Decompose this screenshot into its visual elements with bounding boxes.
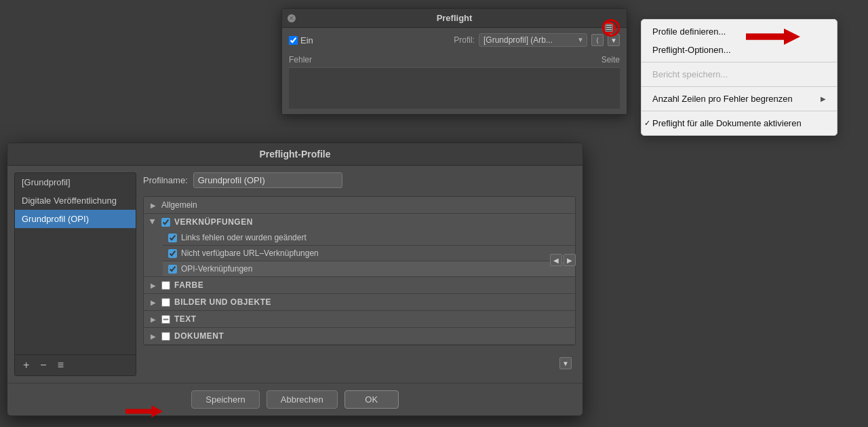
profil-dropdown[interactable]: [Grundprofil] (Arb... ▼ bbox=[479, 33, 587, 47]
ein-checkbox-label[interactable]: Ein bbox=[289, 35, 313, 45]
tree-item-bilder: ▶ BILDER und OBJEKTE bbox=[144, 294, 575, 311]
expand-icon-allgemein: ▶ bbox=[149, 201, 157, 209]
context-menu: Profile definieren... Preflight-Optionen… bbox=[641, 19, 837, 136]
menu-item-activate-all[interactable]: Preflight für alle Dokumente aktivieren bbox=[642, 114, 837, 132]
menu-separator-2 bbox=[642, 86, 837, 87]
expand-icon-text: ▶ bbox=[149, 315, 157, 323]
profil-label: Profil: bbox=[454, 35, 475, 45]
menu-separator-1 bbox=[642, 62, 837, 62]
prev-profile-button[interactable]: ⟨ bbox=[591, 34, 604, 46]
profiles-list-panel: [Grundprofil] Digitale Veröffentlichung … bbox=[14, 172, 136, 376]
preflight-table-body bbox=[289, 68, 620, 109]
profile-name-input[interactable] bbox=[193, 172, 342, 188]
profile-dialog: Preflight-Profile [Grundprofil] Digitale… bbox=[7, 143, 583, 416]
scroll-down-area: ▼ bbox=[559, 357, 572, 369]
checkbox-opi-verknuepfungen[interactable] bbox=[168, 265, 177, 274]
checkbox-farbe[interactable] bbox=[161, 281, 170, 290]
tree-item-verknuepfungen: ▶ VERKNÜPFUNGEN Links fehlen oder wurden… bbox=[144, 214, 575, 277]
tree-row-verknuepfungen[interactable]: ▶ VERKNÜPFUNGEN bbox=[144, 214, 575, 230]
tree-item-farbe: ▶ FARBE bbox=[144, 277, 575, 294]
preflight-panel: ✕ Preflight Ein Profil: [Grundprofil] bbox=[281, 8, 627, 115]
tree-row-farbe[interactable]: ▶ FARBE bbox=[144, 277, 575, 293]
tree-label-dokument: DOKUMENT bbox=[174, 331, 224, 341]
label-opi-verknuepfungen: OPI-Verknüpfungen bbox=[181, 264, 252, 274]
dropdown-arrow-icon: ▼ bbox=[577, 36, 584, 43]
tree-child-url-verknuepfungen: Nicht verfügbare URL–Verknüpfungen bbox=[163, 246, 575, 261]
profile-name-row: Profilname: bbox=[143, 172, 576, 188]
tree-row-text[interactable]: ▶ TEXT bbox=[144, 311, 575, 327]
profile-item-digital[interactable]: Digitale Veröffentlichung bbox=[15, 191, 136, 210]
tree-label-text: TEXT bbox=[174, 314, 197, 324]
scroll-left-button[interactable]: ◀ bbox=[550, 254, 562, 266]
scroll-nav: ◀ ▶ bbox=[550, 254, 576, 266]
tree-label-bilder: BILDER und OBJEKTE bbox=[174, 297, 271, 307]
expand-icon-bilder: ▶ bbox=[149, 298, 157, 306]
seite-column-header: Seite bbox=[579, 55, 620, 64]
profiles-toolbar: + − ≡ bbox=[15, 354, 136, 375]
close-button[interactable]: ✕ bbox=[288, 14, 296, 22]
ein-checkbox[interactable] bbox=[289, 36, 298, 45]
tree-label-farbe: FARBE bbox=[174, 280, 203, 290]
menu-item-limit-lines[interactable]: Anzahl Zeilen pro Fehler begrenzen ▶ bbox=[642, 90, 837, 108]
tree-children-verknuepfungen: Links fehlen oder wurden geändert Nicht … bbox=[144, 230, 575, 276]
menu-button[interactable] bbox=[602, 22, 616, 34]
table-header: Fehler Seite bbox=[289, 52, 620, 68]
ok-button[interactable]: OK bbox=[344, 390, 399, 409]
checkbox-links-fehlen[interactable] bbox=[168, 234, 177, 242]
checkbox-text[interactable] bbox=[161, 315, 170, 324]
menu-item-save-report: Bericht speichern... bbox=[642, 65, 837, 83]
save-button[interactable]: Speichern bbox=[191, 390, 260, 409]
submenu-arrow-icon: ▶ bbox=[821, 95, 826, 103]
scroll-right-button[interactable]: ▶ bbox=[564, 254, 576, 266]
tree-item-dokument: ▶ DOKUMENT bbox=[144, 328, 575, 345]
cancel-button[interactable]: Abbrechen bbox=[267, 390, 338, 409]
checkbox-url-verknuepfungen[interactable] bbox=[168, 249, 177, 258]
label-links-fehlen: Links fehlen oder wurden geändert bbox=[181, 233, 307, 242]
menu-item-preflight-options[interactable]: Preflight-Optionen... bbox=[642, 41, 837, 59]
add-profile-button[interactable]: + bbox=[20, 358, 32, 373]
dialog-content: [Grundprofil] Digitale Veröffentlichung … bbox=[7, 166, 583, 383]
expand-icon-dokument: ▶ bbox=[149, 332, 157, 340]
tree-label-allgemein: Allgemein bbox=[161, 200, 197, 210]
preflight-titlebar: ✕ Preflight bbox=[282, 9, 627, 28]
menu-button-inner bbox=[605, 24, 613, 32]
red-arrow-shape bbox=[746, 29, 800, 45]
settings-tree: ▶ Allgemein ▶ VERKNÜPFUNGEN Links fehl bbox=[143, 196, 576, 346]
dialog-footer: Speichern Abbrechen OK bbox=[7, 383, 583, 415]
fehler-column-header: Fehler bbox=[289, 55, 579, 64]
checkbox-verknuepfungen[interactable] bbox=[161, 218, 170, 227]
profile-menu-button[interactable]: ≡ bbox=[55, 358, 66, 373]
preflight-title: Preflight bbox=[288, 13, 621, 23]
dialog-title: Preflight-Profile bbox=[7, 143, 583, 166]
checkbox-bilder[interactable] bbox=[161, 298, 170, 307]
tree-item-text: ▶ TEXT bbox=[144, 311, 575, 328]
profiles-list: [Grundprofil] Digitale Veröffentlichung … bbox=[15, 173, 136, 354]
expand-icon-verknuepfungen: ▶ bbox=[149, 218, 157, 226]
tree-item-allgemein: ▶ Allgemein bbox=[144, 197, 575, 214]
checkbox-dokument[interactable] bbox=[161, 332, 170, 341]
profile-item-grundprofil[interactable]: [Grundprofil] bbox=[15, 173, 136, 191]
tree-label-verknuepfungen: VERKNÜPFUNGEN bbox=[174, 217, 253, 227]
tree-child-opi-verknuepfungen: OPI-Verknüpfungen bbox=[163, 261, 575, 276]
tree-row-dokument[interactable]: ▶ DOKUMENT bbox=[144, 328, 575, 344]
profil-row: Profil: [Grundprofil] (Arb... ▼ ⟨ ▼ bbox=[454, 33, 620, 47]
preflight-body: Ein Profil: [Grundprofil] (Arb... ▼ ⟨ ▼ … bbox=[282, 28, 627, 114]
tree-row-bilder[interactable]: ▶ BILDER und OBJEKTE bbox=[144, 294, 575, 310]
profile-name-label: Profilname: bbox=[143, 175, 188, 185]
scroll-down-button[interactable]: ▼ bbox=[559, 357, 572, 369]
label-url-verknuepfungen: Nicht verfügbare URL–Verknüpfungen bbox=[181, 248, 319, 258]
settings-right-panel: Profilname: ▶ Allgemein ▶ VERKNÜPFUNGE bbox=[143, 172, 576, 376]
tree-child-links-fehlen: Links fehlen oder wurden geändert bbox=[163, 230, 575, 246]
red-arrow-opi-shape bbox=[125, 405, 163, 417]
expand-icon-farbe: ▶ bbox=[149, 281, 157, 289]
preflight-options-row: Ein Profil: [Grundprofil] (Arb... ▼ ⟨ ▼ bbox=[289, 33, 620, 47]
profile-item-opi[interactable]: Grundprofil (OPI) bbox=[15, 210, 136, 228]
menu-separator-3 bbox=[642, 111, 837, 111]
remove-profile-button[interactable]: − bbox=[37, 358, 49, 373]
profile-options-button[interactable]: ▼ bbox=[608, 34, 620, 46]
menu-item-define-profiles[interactable]: Profile definieren... bbox=[642, 22, 837, 41]
arrow-annotation-opi bbox=[125, 405, 163, 417]
arrow-annotation-menu bbox=[746, 29, 800, 45]
tree-row-allgemein[interactable]: ▶ Allgemein bbox=[144, 197, 575, 213]
